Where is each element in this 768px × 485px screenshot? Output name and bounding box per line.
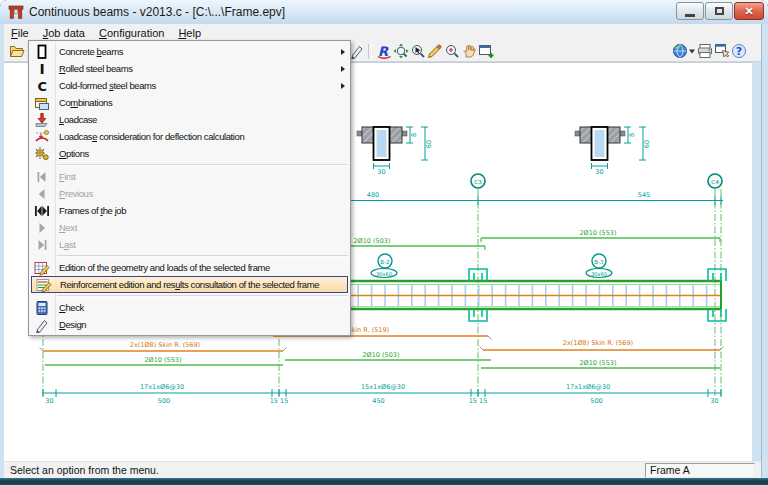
window-border-bottom bbox=[0, 478, 768, 485]
menu-item-loadcase-consideration-for-deflection-calc[interactable]: Loadcase consideration for deflection ca… bbox=[29, 128, 350, 145]
bottom-dim-3: 450 bbox=[372, 397, 384, 405]
menu-item-design[interactable]: Design bbox=[29, 316, 350, 333]
section-height-dim: 60 bbox=[425, 140, 433, 148]
menubar-item-job-data[interactable]: Job data bbox=[36, 26, 92, 40]
world-icon[interactable] bbox=[671, 43, 688, 60]
submenu-arrow-icon bbox=[341, 83, 345, 89]
app-icon bbox=[8, 4, 24, 20]
pan-hand-icon[interactable] bbox=[460, 43, 477, 60]
menu-item-label: Cold-formed steel beams bbox=[55, 80, 156, 91]
menu-bar: FileJob dataConfigurationHelp bbox=[4, 24, 761, 41]
dropdown-arrow-icon[interactable] bbox=[688, 43, 696, 59]
next-icon bbox=[29, 220, 55, 236]
top-bar-right-label: 2Ø10 (553) bbox=[579, 229, 616, 237]
window-controls: ✕ bbox=[675, 2, 764, 20]
edit-pencil-icon[interactable] bbox=[426, 43, 443, 60]
frames-icon bbox=[29, 203, 55, 219]
support-c4-label: C4 bbox=[711, 179, 719, 185]
window-title: Continuous beams - v2013.c - [C:\...\Fra… bbox=[29, 5, 285, 19]
menubar-item-configuration[interactable]: Configuration bbox=[92, 26, 171, 40]
bottom-bar-mid-label: 2Ø10 (503) bbox=[362, 351, 399, 359]
menu-separator bbox=[57, 255, 348, 257]
maximize-button[interactable] bbox=[705, 2, 733, 20]
client-right-margin bbox=[752, 62, 761, 461]
skin-bar-left-label: 2x(1Ø8) Skin R. (569) bbox=[130, 341, 200, 349]
bottom-bar-right-label: 2Ø10 (553) bbox=[579, 359, 616, 367]
section-flange-dim: 8 bbox=[628, 133, 636, 137]
help-icon[interactable]: ? bbox=[730, 43, 747, 60]
menu-separator bbox=[57, 164, 348, 166]
design-icon bbox=[29, 317, 55, 333]
bottom-dimension-line: 30 500 15 15 450 15 15 500 30 bbox=[43, 389, 721, 405]
menu-item-options[interactable]: Options bbox=[29, 145, 350, 162]
menu-item-label: Rolled steel beams bbox=[55, 63, 133, 74]
menubar-item-file[interactable]: File bbox=[4, 26, 36, 40]
maximize-icon bbox=[715, 7, 724, 15]
bottom-bar-left-label: 2Ø10 (553) bbox=[144, 356, 181, 364]
minimize-button[interactable] bbox=[676, 2, 704, 20]
support-c3-label: C3 bbox=[474, 179, 482, 185]
cold-formed-icon: C bbox=[29, 78, 55, 94]
menu-item-next: Next bbox=[29, 219, 350, 236]
previous-icon bbox=[29, 186, 55, 202]
menubar-item-help[interactable]: Help bbox=[171, 26, 208, 40]
menu-item-loadcase[interactable]: Loadcase bbox=[29, 111, 350, 128]
submenu-arrow-icon bbox=[341, 66, 345, 72]
section-flange-dim: 8 bbox=[410, 133, 418, 137]
bottom-dim-6: 30 bbox=[710, 397, 718, 405]
svg-text:R: R bbox=[378, 44, 389, 59]
job-data-menu: Concrete beamsIRolled steel beamsCCold-f… bbox=[28, 40, 351, 336]
menu-item-edition-of-the-geometry-and-loads-of-the-s[interactable]: Edition of the geometry and loads of the… bbox=[29, 259, 350, 276]
svg-text:?: ? bbox=[735, 45, 741, 58]
menu-item-label: Design bbox=[55, 319, 86, 330]
menu-item-reinforcement-edition-and-results-consulta[interactable]: Reinforcement edition and results consul… bbox=[31, 276, 348, 293]
loadcase-icon bbox=[29, 112, 55, 128]
skin-bar-right-label: 2x(1Ø8) Skin R. (569) bbox=[563, 339, 633, 347]
menu-item-label: Frames of the job bbox=[55, 205, 126, 216]
menu-item-combinations[interactable]: Combinations bbox=[29, 94, 350, 111]
bottom-dim-0: 30 bbox=[45, 397, 53, 405]
span-dim-right: 545 bbox=[638, 191, 650, 199]
close-button[interactable]: ✕ bbox=[734, 2, 764, 20]
zoom-icon[interactable] bbox=[443, 43, 460, 60]
menu-item-last: Last bbox=[29, 236, 350, 253]
open-folder-icon[interactable] bbox=[8, 43, 25, 60]
menu-item-concrete-beams[interactable]: Concrete beams bbox=[29, 43, 350, 60]
cross-section-right: 30 8 60 bbox=[575, 127, 651, 176]
zoom-all-icon[interactable] bbox=[392, 43, 409, 60]
rolled-steel-icon: I bbox=[29, 61, 55, 77]
span-dim-left: 480 bbox=[367, 191, 379, 199]
redraw-icon[interactable]: R bbox=[375, 43, 392, 60]
window-border-right bbox=[761, 24, 768, 478]
frame-indicator: Frame A bbox=[645, 463, 755, 478]
menu-item-rolled-steel-beams[interactable]: IRolled steel beams bbox=[29, 60, 350, 77]
menu-item-label: Loadcase consideration for deflection ca… bbox=[55, 131, 244, 142]
cross-section-left: 30 8 60 bbox=[357, 127, 433, 176]
section-width-dim: 30 bbox=[595, 168, 603, 176]
minimize-icon bbox=[685, 14, 695, 17]
zoom-pointer-icon[interactable] bbox=[409, 43, 426, 60]
status-bar: Select an option from the menu. Frame A bbox=[4, 461, 761, 479]
menu-item-label: Previous bbox=[55, 188, 93, 199]
deflection-icon bbox=[29, 129, 55, 145]
section-height-dim: 60 bbox=[643, 140, 651, 148]
new-window-icon[interactable] bbox=[477, 43, 494, 60]
edit-geometry-icon bbox=[29, 260, 55, 276]
beam-b2-label: B-2 bbox=[380, 259, 389, 265]
last-icon bbox=[29, 237, 55, 253]
printer-icon[interactable] bbox=[696, 43, 713, 60]
context-help-icon[interactable] bbox=[713, 43, 730, 60]
menu-item-check[interactable]: Check bbox=[29, 299, 350, 316]
stirrup-count-right: 17x1xØ6@30 bbox=[566, 383, 610, 391]
toolbar-separator bbox=[368, 44, 372, 59]
menu-item-label: Loadcase bbox=[55, 114, 97, 125]
window-border-left bbox=[0, 24, 4, 478]
menu-item-cold-formed-steel-beams[interactable]: CCold-formed steel beams bbox=[29, 77, 350, 94]
beam-id-labels: B-2 30x60 B-3 30x60 bbox=[371, 254, 612, 278]
menu-item-label: Options bbox=[55, 148, 89, 159]
menu-item-label: Reinforcement edition and results consul… bbox=[56, 279, 319, 290]
menu-item-frames-of-the-job[interactable]: Frames of the job bbox=[29, 202, 350, 219]
section-width-dim: 30 bbox=[377, 168, 385, 176]
svg-text:I: I bbox=[40, 61, 45, 77]
beam-b3-label: B-3 bbox=[594, 259, 604, 265]
